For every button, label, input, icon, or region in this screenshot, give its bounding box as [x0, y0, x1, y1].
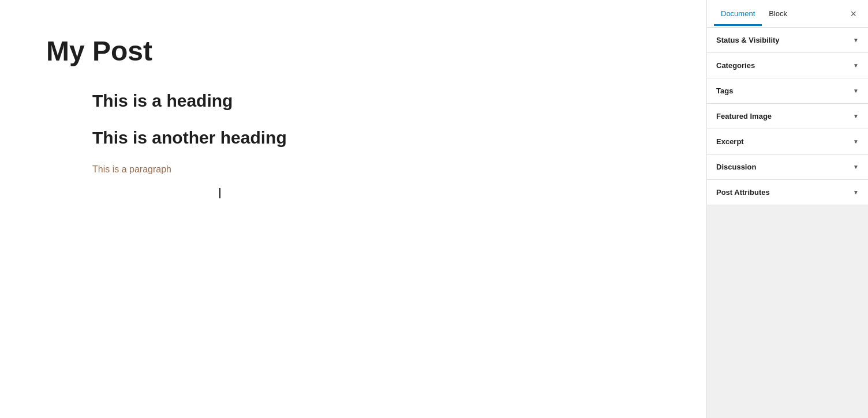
sidebar-section-title-discussion: Discussion — [716, 163, 756, 171]
sidebar-section-discussion: Discussion▼ — [707, 155, 868, 180]
sidebar-section-tags: Tags▼ — [707, 78, 868, 104]
sidebar-section-header-discussion[interactable]: Discussion▼ — [707, 155, 868, 179]
chevron-down-icon-featured-image: ▼ — [853, 113, 859, 119]
sidebar-section-featured-image: Featured Image▼ — [707, 104, 868, 129]
chevron-down-icon-post-attributes: ▼ — [853, 189, 859, 195]
sidebar-section-excerpt: Excerpt▼ — [707, 129, 868, 155]
heading-block-2[interactable]: This is another heading — [92, 128, 660, 148]
chevron-down-icon-categories: ▼ — [853, 62, 859, 69]
sidebar-section-header-post-attributes[interactable]: Post Attributes▼ — [707, 180, 868, 205]
sidebar-tabs: Document Block × — [707, 0, 868, 28]
sidebar-section-header-status-visibility[interactable]: Status & Visibility▼ — [707, 28, 868, 52]
sidebar-section-header-excerpt[interactable]: Excerpt▼ — [707, 129, 868, 154]
sidebar-section-title-categories: Categories — [716, 61, 755, 70]
sidebar-section-title-tags: Tags — [716, 86, 733, 95]
tab-document[interactable]: Document — [714, 1, 762, 26]
heading-block-1[interactable]: This is a heading — [92, 91, 660, 111]
close-button[interactable]: × — [845, 6, 861, 21]
paragraph-block[interactable]: This is a paragraph — [92, 162, 660, 177]
sidebar-section-title-excerpt: Excerpt — [716, 137, 744, 146]
sidebar-section-title-status-visibility: Status & Visibility — [716, 36, 780, 44]
chevron-down-icon-excerpt: ▼ — [853, 138, 859, 145]
sidebar-content: Status & Visibility▼Categories▼Tags▼Feat… — [707, 28, 868, 418]
sidebar-section-title-post-attributes: Post Attributes — [716, 188, 770, 197]
chevron-down-icon-discussion: ▼ — [853, 164, 859, 170]
chevron-down-icon-status-visibility: ▼ — [853, 37, 859, 43]
sidebar: Document Block × Status & Visibility▼Cat… — [706, 0, 868, 418]
sidebar-section-status-visibility: Status & Visibility▼ — [707, 28, 868, 53]
chevron-down-icon-tags: ▼ — [853, 88, 859, 94]
sidebar-section-post-attributes: Post Attributes▼ — [707, 180, 868, 205]
sidebar-section-header-tags[interactable]: Tags▼ — [707, 78, 868, 103]
text-cursor — [219, 188, 220, 198]
editor-area[interactable]: My Post This is a heading This is anothe… — [0, 0, 706, 418]
sidebar-section-title-featured-image: Featured Image — [716, 112, 772, 120]
sidebar-section-header-categories[interactable]: Categories▼ — [707, 53, 868, 78]
tab-block[interactable]: Block — [762, 1, 794, 26]
sidebar-section-header-featured-image[interactable]: Featured Image▼ — [707, 104, 868, 129]
sidebar-section-categories: Categories▼ — [707, 53, 868, 78]
post-title[interactable]: My Post — [46, 35, 660, 68]
